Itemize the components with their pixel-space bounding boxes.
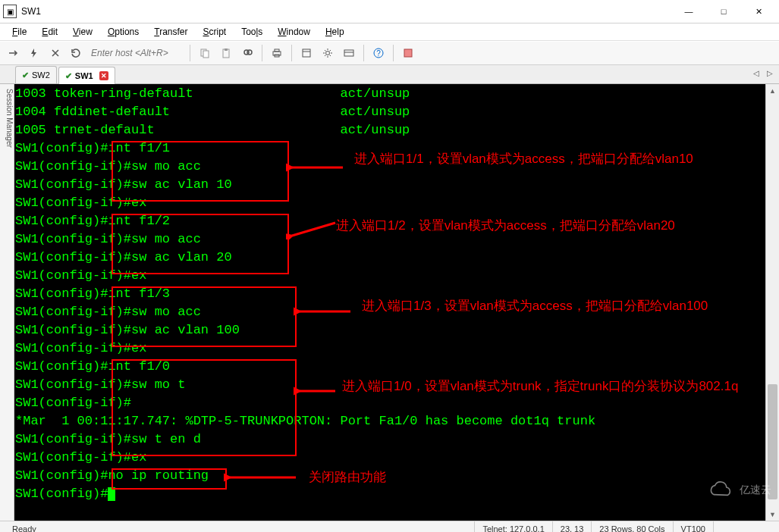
- disconnect-icon[interactable]: [46, 43, 65, 63]
- status-terminal-type: VT100: [673, 521, 713, 532]
- tab-label: SW1: [75, 71, 93, 80]
- term-line: SW1(config-if)#sw ac vlan 20: [15, 250, 232, 264]
- scroll-up-icon[interactable]: ▲: [766, 84, 779, 97]
- term-line: SW1(config-if)#sw ac vlan 100: [15, 323, 240, 337]
- menu-edit[interactable]: Edit: [36, 25, 64, 39]
- menu-view[interactable]: View: [67, 25, 99, 39]
- close-tab-icon[interactable]: ✕: [99, 71, 108, 80]
- menu-script[interactable]: Script: [197, 25, 233, 39]
- sessions-icon[interactable]: [339, 43, 359, 63]
- term-line: SW1(config)#no ip routing: [15, 468, 209, 483]
- menu-tools[interactable]: Tools: [235, 25, 269, 39]
- scroll-track[interactable]: [766, 97, 779, 508]
- window-title: SW1: [21, 6, 671, 17]
- term-line: SW1(config-if)#ex: [15, 196, 146, 210]
- toolbar-separator: [291, 45, 292, 61]
- term-line: SW1(config-if)#ex: [15, 268, 146, 283]
- terminal-area[interactable]: 1003 token-ring-default act/unsup 1004 f…: [14, 84, 779, 521]
- status-ready: Ready: [5, 521, 44, 532]
- tab-prev-icon[interactable]: ◁: [750, 67, 762, 79]
- term-line: SW1(config)#int f1/3: [15, 286, 170, 301]
- copy-icon[interactable]: [195, 43, 215, 63]
- toolbar-separator: [190, 45, 190, 61]
- tab-sw1[interactable]: ✔ SW1 ✕: [58, 67, 115, 84]
- terminal-cursor: [108, 487, 115, 501]
- term-line: SW1(config-if)#sw ac vlan 10: [15, 177, 232, 192]
- svg-point-10: [326, 52, 330, 55]
- menu-file[interactable]: File: [6, 25, 33, 39]
- status-connection: Telnet: 127.0.0.1: [474, 521, 551, 532]
- tabbar: ✔ SW2 ✔ SW1 ✕ ◁ ▷: [0, 65, 779, 84]
- svg-point-5: [247, 50, 252, 55]
- term-line: SW1(config-if)#sw mo acc: [15, 305, 201, 319]
- window-buttons: — □ ✕: [671, 0, 776, 23]
- paste-icon[interactable]: [216, 43, 236, 63]
- maximize-button[interactable]: □: [706, 0, 741, 23]
- titlebar: ▣ SW1 — □ ✕: [0, 0, 779, 23]
- term-line: 1004 fddinet-default act/unsup: [15, 105, 410, 119]
- svg-rect-11: [344, 50, 353, 56]
- host-input[interactable]: [88, 45, 185, 61]
- toolbar-separator: [393, 45, 394, 61]
- session-manager-tab[interactable]: Session Manager: [0, 84, 14, 521]
- term-line: 1003 token-ring-default act/unsup: [15, 86, 410, 101]
- term-line: SW1(config-if)#ex: [15, 341, 146, 355]
- properties-icon[interactable]: [297, 43, 316, 63]
- toolbar: ?: [0, 41, 779, 65]
- quick-connect-icon[interactable]: [24, 43, 44, 63]
- svg-rect-7: [275, 49, 279, 52]
- svg-rect-9: [303, 49, 310, 57]
- reconnect-icon[interactable]: [3, 43, 23, 63]
- menu-help[interactable]: Help: [319, 25, 350, 39]
- menu-options[interactable]: Options: [102, 25, 145, 39]
- reconnect-all-icon[interactable]: [67, 43, 86, 63]
- scroll-down-icon[interactable]: ▼: [766, 508, 779, 521]
- settings-icon[interactable]: [318, 43, 338, 63]
- term-line: SW1(config)#int f1/2: [15, 214, 170, 228]
- workspace: Session Manager 1003 token-ring-default …: [0, 84, 779, 521]
- check-icon: ✔: [22, 70, 29, 80]
- tab-navigation: ◁ ▷: [750, 67, 776, 79]
- status-dimensions: 23 Rows, 80 Cols: [591, 521, 672, 532]
- term-line: SW1(config)#int f1/0: [15, 359, 170, 374]
- app-icon: ▣: [3, 5, 17, 18]
- term-line: SW1(config-if)#sw mo acc: [15, 159, 201, 174]
- toolbar-separator: [262, 45, 262, 61]
- print-icon[interactable]: [267, 43, 287, 63]
- find-icon[interactable]: [237, 43, 257, 63]
- svg-text:?: ?: [376, 49, 381, 58]
- scrollbar[interactable]: ▲ ▼: [765, 84, 779, 521]
- terminal-output: 1003 token-ring-default act/unsup 1004 f…: [14, 84, 779, 504]
- statusbar: Ready Telnet: 127.0.0.1 23, 13 23 Rows, …: [0, 521, 779, 532]
- term-line: SW1(config-if)#sw mo acc: [15, 232, 201, 246]
- term-line: SW1(config-if)#sw mo t: [15, 377, 185, 392]
- close-button[interactable]: ✕: [741, 0, 776, 23]
- menu-window[interactable]: Window: [272, 25, 316, 39]
- term-line: *Mar 1 00:11:17.747: %DTP-5-TRUNKPORTON:…: [15, 414, 595, 428]
- tab-label: SW2: [32, 70, 50, 80]
- tab-sw2[interactable]: ✔ SW2: [15, 66, 57, 83]
- scroll-thumb[interactable]: [768, 384, 777, 499]
- check-icon: ✔: [65, 71, 72, 81]
- term-line: SW1(config-if)#ex: [15, 450, 146, 465]
- tab-next-icon[interactable]: ▷: [764, 67, 776, 79]
- term-line: SW1(config-if)#: [15, 396, 131, 410]
- svg-rect-14: [404, 49, 412, 57]
- toolbar-separator: [363, 45, 364, 61]
- term-line: 1005 trnet-default act/unsup: [15, 123, 410, 137]
- svg-rect-3: [225, 49, 228, 51]
- svg-rect-1: [203, 51, 209, 58]
- toggle-icon[interactable]: [398, 43, 418, 63]
- term-line: SW1(config-if)#sw t en d: [15, 432, 201, 446]
- minimize-button[interactable]: —: [671, 0, 706, 23]
- term-line: SW1(config)#: [15, 487, 108, 501]
- menubar: File Edit View Options Transfer Script T…: [0, 23, 779, 41]
- status-cursor-pos: 23, 13: [552, 521, 592, 532]
- term-line: SW1(config)#int f1/1: [15, 141, 170, 155]
- help-icon[interactable]: ?: [369, 43, 388, 63]
- menu-transfer[interactable]: Transfer: [148, 25, 193, 39]
- status-empty: [713, 521, 774, 532]
